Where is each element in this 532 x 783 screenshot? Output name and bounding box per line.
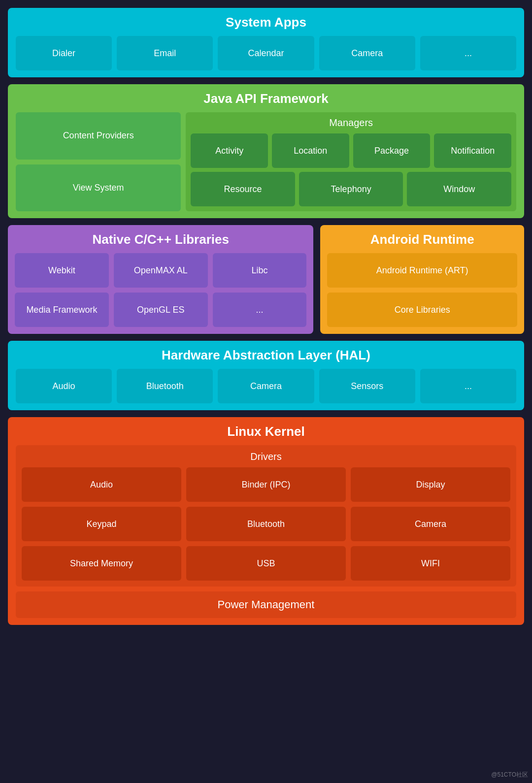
- system-app-camera: Camera: [319, 36, 415, 70]
- manager-activity: Activity: [191, 133, 268, 168]
- java-api-inner: Content Providers View System Managers A…: [16, 112, 516, 211]
- hal-title: Hardware Abstraction Layer (HAL): [16, 348, 516, 363]
- managers-row2: Resource Telephony Window: [191, 172, 511, 206]
- lib-openmax: OpenMAX AL: [114, 253, 208, 288]
- drivers-grid: Audio Binder (IPC) Display Keypad Blueto…: [22, 467, 510, 581]
- lib-webkit: Webkit: [15, 253, 109, 288]
- lib-opengl: OpenGL ES: [114, 293, 208, 327]
- native-runtime-row: Native C/C++ Libraries Webkit OpenMAX AL…: [8, 225, 524, 334]
- hal-sensors: Sensors: [319, 369, 415, 403]
- hal-audio: Audio: [16, 369, 112, 403]
- java-api-layer: Java API Framework Content Providers Vie…: [8, 84, 524, 218]
- manager-notification: Notification: [434, 133, 511, 168]
- driver-display: Display: [351, 467, 510, 502]
- linux-kernel-title: Linux Kernel: [16, 424, 516, 439]
- drivers-section: Drivers Audio Binder (IPC) Display Keypa…: [16, 445, 516, 587]
- java-api-title: Java API Framework: [16, 91, 516, 106]
- hal-layer: Hardware Abstraction Layer (HAL) Audio B…: [8, 341, 524, 410]
- driver-keypad: Keypad: [22, 507, 181, 541]
- manager-window: Window: [407, 172, 511, 206]
- hal-grid: Audio Bluetooth Camera Sensors ...: [16, 369, 516, 403]
- driver-audio: Audio: [22, 467, 181, 502]
- hal-camera: Camera: [218, 369, 314, 403]
- system-apps-grid: Dialer Email Calendar Camera ...: [16, 36, 516, 70]
- manager-location: Location: [272, 133, 349, 168]
- native-libs-layer: Native C/C++ Libraries Webkit OpenMAX AL…: [8, 225, 313, 334]
- content-providers: Content Providers: [16, 112, 181, 160]
- managers-row1: Activity Location Package Notification: [191, 133, 511, 168]
- system-apps-layer: System Apps Dialer Email Calendar Camera…: [8, 8, 524, 77]
- hal-more: ...: [420, 369, 516, 403]
- lib-more: ...: [213, 293, 307, 327]
- driver-usb: USB: [186, 546, 346, 581]
- driver-binder: Binder (IPC): [186, 467, 346, 502]
- manager-resource: Resource: [191, 172, 295, 206]
- runtime-grid: Android Runtime (ART) Core Libraries: [327, 253, 517, 327]
- system-app-calendar: Calendar: [218, 36, 314, 70]
- system-app-more: ...: [420, 36, 516, 70]
- power-management: Power Management: [16, 591, 516, 618]
- lib-media: Media Framework: [15, 293, 109, 327]
- system-app-email: Email: [117, 36, 213, 70]
- driver-camera: Camera: [351, 507, 510, 541]
- driver-shared-memory: Shared Memory: [22, 546, 181, 581]
- system-apps-title: System Apps: [16, 15, 516, 30]
- system-app-dialer: Dialer: [16, 36, 112, 70]
- manager-package: Package: [353, 133, 431, 168]
- android-runtime-title: Android Runtime: [327, 232, 517, 247]
- driver-wifi: WIFI: [351, 546, 510, 581]
- driver-bluetooth: Bluetooth: [186, 507, 346, 541]
- managers-title: Managers: [191, 117, 511, 129]
- native-libs-grid: Webkit OpenMAX AL Libc Media Framework O…: [15, 253, 306, 327]
- runtime-core-libs: Core Libraries: [327, 293, 517, 327]
- native-libs-title: Native C/C++ Libraries: [15, 232, 306, 247]
- runtime-art: Android Runtime (ART): [327, 253, 517, 288]
- java-api-left: Content Providers View System: [16, 112, 181, 211]
- view-system: View System: [16, 164, 181, 212]
- linux-kernel-layer: Linux Kernel Drivers Audio Binder (IPC) …: [8, 417, 524, 625]
- drivers-title: Drivers: [22, 451, 510, 462]
- hal-bluetooth: Bluetooth: [117, 369, 213, 403]
- android-runtime-layer: Android Runtime Android Runtime (ART) Co…: [320, 225, 524, 334]
- managers-section: Managers Activity Location Package Notif…: [186, 112, 516, 211]
- lib-libc: Libc: [213, 253, 307, 288]
- manager-telephony: Telephony: [299, 172, 403, 206]
